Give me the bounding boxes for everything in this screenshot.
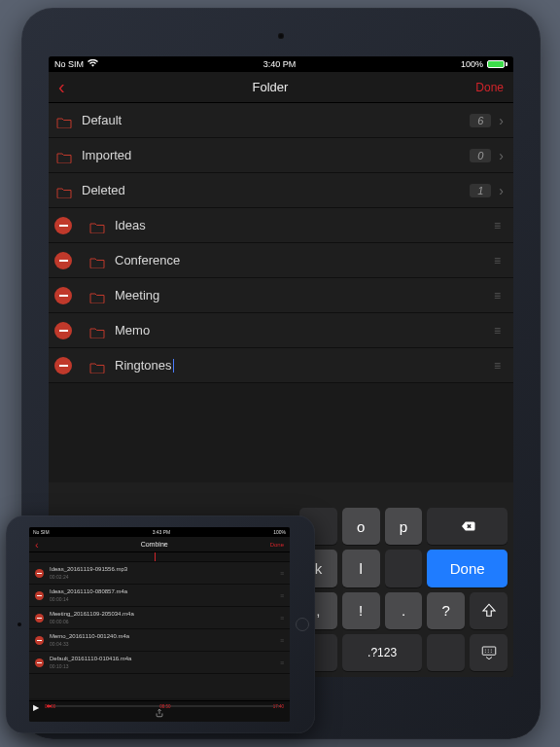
front-camera [278, 33, 284, 39]
file-name: Ideas_20161110-080857.m4a [50, 588, 280, 595]
drag-handle-icon[interactable]: ≡ [280, 637, 284, 644]
time-start: 00:00 [45, 704, 55, 709]
nav-bar: ‹ Folder Done [49, 72, 513, 103]
delete-button[interactable] [35, 636, 44, 645]
folder-label[interactable]: Ideas [115, 218, 494, 232]
key-numbers[interactable]: .?123 [342, 634, 423, 671]
player-bar: ▶︎ 00:00 08:50 17:40 [29, 700, 290, 722]
file-row[interactable]: Ideas_20161110-080857.m4a00:00:14 ≡ [29, 585, 290, 607]
file-duration: 00:00:14 [50, 596, 280, 602]
chevron-right-icon: › [499, 113, 504, 128]
key-hide-keyboard[interactable] [470, 634, 508, 671]
file-list: Ideas_20161119-091556.mp300:02:24 ≡ Idea… [29, 562, 290, 698]
svg-point-2 [487, 649, 488, 650]
key-p[interactable]: p [385, 508, 423, 545]
ipad-landscape-frame: No SIM 3:43 PM 100% ‹ Combine Done Ideas… [6, 516, 315, 733]
folder-icon [89, 325, 105, 337]
page-title: Folder [253, 80, 289, 94]
chevron-right-icon: › [499, 183, 504, 198]
battery-percent: 100% [273, 529, 286, 535]
delete-button[interactable] [54, 217, 72, 234]
battery-percent: 100% [461, 59, 483, 69]
drag-handle-icon[interactable]: ≡ [494, 324, 500, 338]
delete-button[interactable] [54, 357, 72, 374]
delete-button[interactable] [54, 252, 72, 269]
folder-label[interactable]: Conference [115, 253, 494, 267]
file-name: Memo_20161110-001240.m4a [50, 633, 280, 640]
key-backspace[interactable] [427, 508, 508, 545]
folder-icon [56, 115, 72, 126]
delete-button[interactable] [35, 569, 44, 578]
carrier-label: No SIM [54, 59, 84, 69]
count-badge: 0 [470, 149, 491, 162]
folder-row-imported[interactable]: Imported 0 › [49, 138, 513, 173]
key-done[interactable]: Done [427, 550, 508, 587]
folder-icon [89, 290, 105, 302]
key-shift[interactable] [470, 592, 508, 629]
folder-icon [56, 185, 72, 196]
file-duration: 00:10:13 [50, 663, 280, 669]
folder-row-meeting[interactable]: Meeting ≡ [49, 278, 513, 313]
folder-list: Default 6 › Imported 0 › Deleted 1 › Ide… [49, 103, 513, 383]
folder-icon [89, 220, 105, 231]
key-blank[interactable] [385, 550, 423, 587]
front-camera [18, 622, 21, 626]
status-bar: No SIM 3:43 PM 100% [29, 527, 290, 537]
clock: 3:40 PM [263, 59, 297, 69]
done-button[interactable]: Done [270, 542, 284, 548]
file-row[interactable]: Ideas_20161119-091556.mp300:02:24 ≡ [29, 562, 290, 585]
folder-row-ringtones[interactable]: Ringtones ≡ [49, 348, 513, 383]
drag-handle-icon[interactable]: ≡ [280, 659, 284, 666]
drag-handle-icon[interactable]: ≡ [494, 359, 500, 373]
page-title: Combine [141, 541, 168, 548]
folder-label[interactable]: Meeting [115, 288, 494, 302]
folder-label[interactable]: Memo [115, 323, 494, 338]
folder-row-default[interactable]: Default 6 › [49, 103, 513, 138]
svg-point-5 [487, 652, 488, 653]
folder-icon [56, 150, 72, 161]
progress-bar[interactable]: 00:00 08:50 17:40 [47, 705, 282, 707]
folder-row-ideas[interactable]: Ideas ≡ [49, 208, 513, 243]
done-button[interactable]: Done [475, 81, 504, 94]
back-button[interactable]: ‹ [58, 76, 65, 98]
key-o[interactable]: o [342, 508, 380, 545]
folder-row-deleted[interactable]: Deleted 1 › [49, 173, 513, 208]
file-name: Default_20161110-010416.m4a [50, 656, 280, 662]
timeline-ruler[interactable] [29, 552, 290, 562]
key-l[interactable]: l [342, 550, 380, 587]
drag-handle-icon[interactable]: ≡ [280, 570, 284, 577]
nav-bar: ‹ Combine Done [29, 537, 290, 552]
drag-handle-icon[interactable]: ≡ [494, 289, 500, 302]
delete-button[interactable] [35, 591, 44, 600]
key-exclaim[interactable]: ! [342, 592, 380, 629]
key-question[interactable]: ? [427, 592, 465, 629]
back-button[interactable]: ‹ [35, 539, 39, 551]
folder-row-conference[interactable]: Conference ≡ [49, 243, 513, 278]
carrier-label: No SIM [33, 529, 50, 535]
svg-point-3 [490, 649, 491, 650]
delete-button[interactable] [54, 322, 72, 339]
delete-button[interactable] [35, 658, 44, 667]
file-row[interactable]: Memo_20161110-001240.m4a00:04:33 ≡ [29, 629, 290, 652]
folder-label: Deleted [82, 183, 470, 197]
key-period[interactable]: . [385, 592, 423, 629]
file-row[interactable]: Default_20161110-010416.m4a00:10:13 ≡ [29, 652, 290, 674]
delete-button[interactable] [54, 287, 72, 304]
folder-label-editing[interactable]: Ringtones [115, 358, 494, 374]
key-blank[interactable] [427, 634, 465, 671]
file-row[interactable]: Meeting_20161109-205034.m4a00:00:06 ≡ [29, 607, 290, 629]
text-cursor [173, 359, 175, 373]
drag-handle-icon[interactable]: ≡ [280, 615, 284, 622]
folder-row-memo[interactable]: Memo ≡ [49, 313, 513, 348]
drag-handle-icon[interactable]: ≡ [494, 254, 500, 267]
play-button[interactable]: ▶︎ [33, 703, 39, 712]
count-badge: 1 [470, 184, 491, 197]
folder-icon [89, 360, 105, 372]
share-button[interactable] [155, 708, 164, 720]
drag-handle-icon[interactable]: ≡ [280, 592, 284, 599]
delete-button[interactable] [35, 614, 44, 622]
drag-handle-icon[interactable]: ≡ [494, 219, 500, 232]
home-button[interactable] [296, 618, 309, 631]
folder-label: Imported [82, 148, 470, 162]
wifi-icon [88, 59, 98, 69]
